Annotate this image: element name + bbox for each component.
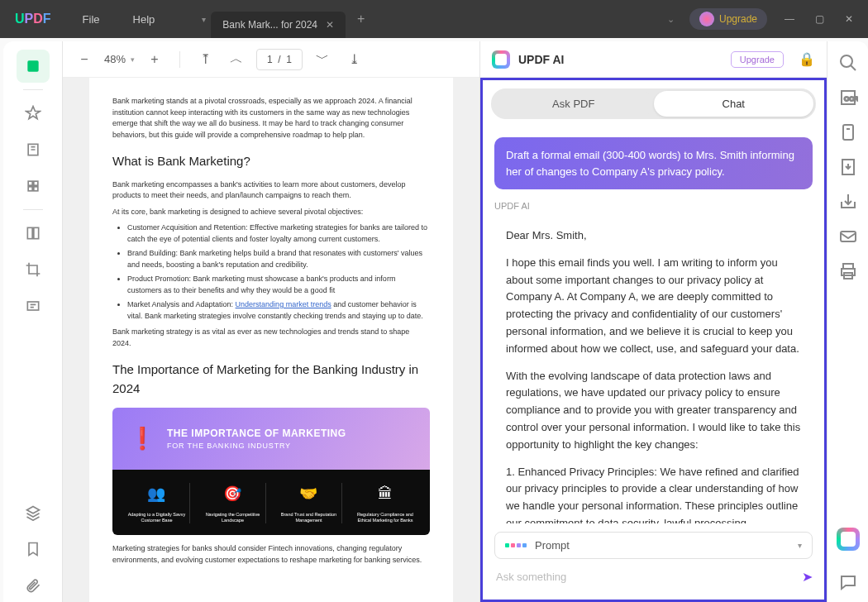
info-col-label: Adapting to a Digitally Savvy Customer B… xyxy=(127,512,187,523)
first-page-button[interactable]: ⤒ xyxy=(193,48,217,71)
left-toolbar xyxy=(3,41,63,602)
ai-panel: UPDF AI Upgrade 🔒 Ask PDF Chat Draft a f… xyxy=(479,41,827,602)
target-icon: 🎯 xyxy=(203,483,263,505)
last-page-button[interactable]: ⤓ xyxy=(342,48,365,71)
doc-para: Bank marketing strategy is as vital as e… xyxy=(112,327,430,349)
doc-bullet-list: Customer Acquisition and Retention: Effe… xyxy=(112,222,430,322)
close-tab-icon[interactable]: ✕ xyxy=(326,19,334,31)
tab-title: Bank Mark... for 2024 xyxy=(222,19,317,31)
bank-icon: 🏛 xyxy=(355,483,416,505)
app-logo: UPDF xyxy=(0,12,66,26)
tab-chat[interactable]: Chat xyxy=(654,91,814,117)
titlebar: UPDF File Help ▾ Bank Mark... for 2024 ✕… xyxy=(0,0,868,38)
svg-rect-6 xyxy=(27,227,32,238)
zoom-level[interactable]: 48%▾ xyxy=(104,53,135,65)
doc-bullet: Brand Building: Bank marketing helps bui… xyxy=(127,248,430,270)
doc-outro: Marketing strategies for banks should co… xyxy=(112,543,430,566)
doc-bullet: Market Analysis and Adaptation: Understa… xyxy=(127,299,430,322)
doc-heading-1: What is Bank Marketing? xyxy=(112,152,430,171)
svg-rect-2 xyxy=(28,181,32,185)
chat-scroll[interactable]: Draft a formal email (300-400 words) to … xyxy=(483,127,824,523)
chevron-down-icon: ▾ xyxy=(798,541,802,550)
tab-ask-pdf[interactable]: Ask PDF xyxy=(494,91,654,117)
minimize-button[interactable]: — xyxy=(782,12,797,26)
dropdown-icon[interactable]: ⌄ xyxy=(667,14,675,25)
document-toolbar: − 48%▾ + ⤒ ︿ ﹀ ⤓ xyxy=(63,41,479,78)
doc-para: Bank marketing encompasses a bank's acti… xyxy=(112,179,430,202)
menu-help[interactable]: Help xyxy=(117,13,172,26)
highlighter-tool-icon[interactable] xyxy=(17,97,50,130)
document-page: Bank marketing stands at a pivotal cross… xyxy=(89,78,453,602)
user-message: Draft a formal email (300-400 words) to … xyxy=(494,137,813,189)
ai-para: 1. Enhanced Privacy Principles: We have … xyxy=(506,464,801,523)
document-tab[interactable]: Bank Mark... for 2024 ✕ xyxy=(211,12,346,38)
svg-rect-3 xyxy=(33,181,37,185)
export-icon[interactable] xyxy=(838,157,858,177)
ocr-icon[interactable]: OCR xyxy=(838,88,858,108)
page-input[interactable] xyxy=(256,49,303,70)
annotate-tool-icon[interactable] xyxy=(17,133,50,166)
svg-rect-0 xyxy=(27,60,38,71)
infographic-title: THE IMPORTANCE OF MARKETING xyxy=(167,426,346,441)
search-icon[interactable] xyxy=(838,53,858,73)
prompt-icon xyxy=(505,543,527,547)
ai-logo-icon xyxy=(492,50,510,69)
handshake-icon: 🤝 xyxy=(279,483,339,505)
ai-greeting: Dear Mrs. Smith, xyxy=(506,227,801,245)
crop-tool-icon[interactable] xyxy=(17,253,50,286)
ai-title: UPDF AI xyxy=(518,53,723,66)
prompt-selector[interactable]: Prompt ▾ xyxy=(494,532,813,559)
reader-tool-icon[interactable] xyxy=(17,50,50,83)
document-viewport[interactable]: Bank marketing stands at a pivotal cross… xyxy=(63,78,479,602)
upgrade-button[interactable]: Upgrade xyxy=(689,8,767,30)
print-icon[interactable] xyxy=(838,261,858,281)
menu-file[interactable]: File xyxy=(66,13,117,26)
chat-input[interactable] xyxy=(494,566,794,588)
info-col-label: Navigating the Competitive Landscape xyxy=(203,512,263,523)
ai-launcher-icon[interactable] xyxy=(837,528,860,551)
doc-bullet: Product Promotion: Bank marketing must s… xyxy=(127,274,430,296)
email-icon[interactable] xyxy=(838,227,858,246)
ai-para: I hope this email finds you well. I am w… xyxy=(506,255,801,358)
ai-tabs: Ask PDF Chat xyxy=(491,88,816,119)
tab-prev-indicator: ▾ xyxy=(196,6,211,32)
close-button[interactable]: ✕ xyxy=(842,12,856,26)
attachment-icon[interactable] xyxy=(17,569,50,602)
comment-icon[interactable] xyxy=(838,572,858,592)
form-tool-icon[interactable] xyxy=(17,170,50,203)
ai-response-label: UPDF AI xyxy=(494,201,813,211)
layers-icon[interactable] xyxy=(17,496,50,529)
doc-bullet: Customer Acquisition and Retention: Effe… xyxy=(127,222,430,245)
ai-para: With the evolving landscape of data prot… xyxy=(506,368,801,454)
maximize-button[interactable]: ▢ xyxy=(812,12,827,26)
lock-icon[interactable]: 🔒 xyxy=(799,51,815,67)
right-toolbar: OCR xyxy=(827,41,868,602)
avatar-icon xyxy=(699,12,714,26)
organize-tool-icon[interactable] xyxy=(17,217,50,250)
send-button[interactable]: ➤ xyxy=(802,569,813,585)
ai-response: Dear Mrs. Smith, I hope this email finds… xyxy=(494,217,813,523)
svg-rect-12 xyxy=(843,125,853,140)
zoom-out-button[interactable]: − xyxy=(73,48,96,71)
redact-tool-icon[interactable] xyxy=(17,289,50,322)
info-col-label: Regulatory Compliance and Ethical Market… xyxy=(355,512,416,523)
prev-page-button[interactable]: ︿ xyxy=(225,48,248,71)
compress-icon[interactable] xyxy=(838,122,858,142)
upgrade-label: Upgrade xyxy=(719,13,757,25)
doc-heading-2: The Importance of Marketing for the Bank… xyxy=(112,361,430,398)
svg-text:OCR: OCR xyxy=(844,95,858,103)
next-page-button[interactable]: ﹀ xyxy=(311,48,334,71)
doc-link[interactable]: Understanding market trends xyxy=(236,300,331,308)
svg-rect-14 xyxy=(841,232,856,241)
bookmark-icon[interactable] xyxy=(17,533,50,566)
svg-rect-7 xyxy=(33,227,38,238)
svg-rect-8 xyxy=(27,302,38,310)
new-tab-button[interactable]: + xyxy=(346,12,376,26)
infographic-subtitle: FOR THE BANKING INDUSTRY xyxy=(167,441,346,452)
doc-para: At its core, bank marketing is designed … xyxy=(112,207,430,218)
ai-upgrade-button[interactable]: Upgrade xyxy=(731,51,784,68)
svg-point-9 xyxy=(841,55,852,67)
infographic: ❗ THE IMPORTANCE OF MARKETING FOR THE BA… xyxy=(112,408,430,535)
share-icon[interactable] xyxy=(838,192,858,212)
zoom-in-button[interactable]: + xyxy=(143,48,166,71)
